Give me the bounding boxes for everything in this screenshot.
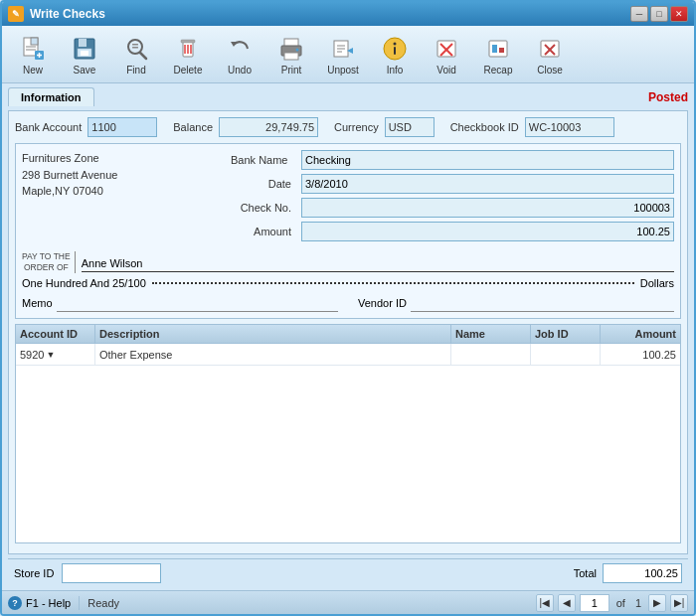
recap-label: Recap bbox=[484, 65, 513, 76]
bank-account-label: Bank Account bbox=[15, 121, 82, 133]
page-total: 1 bbox=[632, 597, 644, 609]
check-no-input[interactable] bbox=[301, 198, 674, 218]
col-account-id: Account ID bbox=[16, 325, 95, 343]
col-description: Description bbox=[95, 325, 451, 343]
unpost-button[interactable]: Unpost bbox=[318, 30, 368, 79]
information-tab[interactable]: Information bbox=[8, 87, 94, 106]
void-icon bbox=[433, 35, 460, 63]
save-button[interactable]: Save bbox=[60, 30, 109, 79]
bank-account-input[interactable] bbox=[87, 117, 157, 137]
checkbook-id-label: Checkbook ID bbox=[450, 121, 519, 133]
toolbar: New Save Find bbox=[2, 26, 694, 83]
svg-rect-8 bbox=[79, 39, 87, 47]
unpost-label: Unpost bbox=[327, 65, 359, 76]
bottom-bar: Store ID Total bbox=[8, 558, 688, 587]
cell-account-id: 5920 ▼ bbox=[16, 344, 95, 365]
svg-rect-23 bbox=[284, 53, 298, 60]
print-label: Print bbox=[281, 65, 302, 76]
posted-status: Posted bbox=[648, 90, 688, 106]
cell-description: Other Expense bbox=[95, 344, 451, 365]
amount-label: Amount bbox=[231, 226, 295, 237]
date-label: Date bbox=[231, 178, 295, 190]
payee-name: Anne Wilson bbox=[82, 252, 674, 272]
grid-body: 5920 ▼ Other Expense 100.25 bbox=[16, 344, 680, 542]
void-label: Void bbox=[436, 65, 455, 76]
dropdown-icon: ▼ bbox=[46, 350, 55, 360]
nav-next-button[interactable]: ▶ bbox=[648, 594, 666, 612]
new-icon bbox=[19, 35, 47, 63]
bank-name-label: Bank Name bbox=[231, 154, 295, 166]
svg-rect-38 bbox=[499, 48, 504, 53]
svg-point-24 bbox=[296, 48, 299, 51]
svg-point-31 bbox=[394, 42, 397, 45]
find-button[interactable]: Find bbox=[111, 30, 161, 79]
nav-section: |◀ ◀ of 1 ▶ ▶| bbox=[536, 594, 688, 612]
print-icon bbox=[277, 35, 305, 63]
svg-rect-14 bbox=[132, 47, 138, 49]
amount-input[interactable] bbox=[301, 222, 674, 241]
status-bar: ? F1 - Help Ready |◀ ◀ of 1 ▶ ▶| bbox=[2, 590, 694, 614]
store-id-input[interactable] bbox=[62, 563, 161, 583]
cell-amount: 100.25 bbox=[601, 344, 680, 365]
total-input[interactable] bbox=[603, 563, 682, 583]
delete-button[interactable]: Delete bbox=[163, 30, 213, 79]
bank-name-input[interactable] bbox=[301, 150, 674, 170]
find-icon bbox=[122, 35, 150, 63]
col-name: Name bbox=[451, 325, 531, 343]
col-amount: Amount bbox=[601, 325, 680, 343]
svg-rect-36 bbox=[489, 41, 507, 57]
vendor-name: Furnitures Zone bbox=[22, 150, 221, 167]
help-icon: ? bbox=[8, 596, 22, 610]
void-button[interactable]: Void bbox=[422, 30, 471, 79]
dollars-label: Dollars bbox=[640, 277, 674, 289]
minimize-button[interactable]: ─ bbox=[630, 6, 648, 22]
tab-label: Information bbox=[21, 91, 82, 103]
svg-line-12 bbox=[140, 53, 146, 59]
currency-input[interactable] bbox=[385, 117, 435, 137]
close-button[interactable]: Close bbox=[525, 30, 575, 79]
maximize-button[interactable]: □ bbox=[650, 6, 668, 22]
nav-prev-button[interactable]: ◀ bbox=[558, 594, 576, 612]
vendor-address2: Maple,NY 07040 bbox=[22, 183, 221, 200]
page-of-label: of bbox=[613, 597, 628, 609]
recap-button[interactable]: Recap bbox=[473, 30, 523, 79]
memo-label: Memo bbox=[22, 297, 53, 309]
svg-marker-20 bbox=[231, 42, 237, 47]
nav-first-button[interactable]: |◀ bbox=[536, 594, 554, 612]
print-button[interactable]: Print bbox=[266, 30, 316, 79]
status-ready: Ready bbox=[80, 597, 127, 609]
info-label: Info bbox=[387, 65, 404, 76]
svg-rect-10 bbox=[81, 51, 88, 56]
nav-last-button[interactable]: ▶| bbox=[670, 594, 688, 612]
svg-rect-13 bbox=[132, 44, 138, 46]
title-bar: ✎ Write Checks ─ □ ✕ bbox=[2, 2, 694, 26]
undo-icon bbox=[226, 35, 254, 63]
amount-words: One Hundred And 25/100 bbox=[22, 277, 146, 289]
check-no-label: Check No. bbox=[231, 202, 295, 214]
undo-button[interactable]: Undo bbox=[215, 30, 264, 79]
check-area: Furnitures Zone 298 Burnett Avenue Maple… bbox=[15, 143, 681, 319]
table-row[interactable]: 5920 ▼ Other Expense 100.25 bbox=[16, 344, 680, 366]
window-title: Write Checks bbox=[30, 7, 105, 21]
balance-input[interactable] bbox=[219, 117, 318, 137]
cell-job-id bbox=[531, 344, 601, 365]
page-current-input[interactable] bbox=[580, 594, 609, 612]
cell-name bbox=[451, 344, 531, 365]
save-label: Save bbox=[74, 65, 96, 76]
vendor-id-label: Vendor ID bbox=[358, 297, 407, 309]
vendor-address1: 298 Burnett Avenue bbox=[22, 167, 221, 184]
vendor-info: Furnitures Zone 298 Burnett Avenue Maple… bbox=[22, 150, 221, 245]
date-input[interactable] bbox=[301, 174, 674, 194]
help-label: F1 - Help bbox=[26, 597, 71, 609]
save-icon bbox=[71, 35, 98, 63]
new-button[interactable]: New bbox=[8, 30, 58, 79]
close-window-button[interactable]: ✕ bbox=[670, 6, 688, 22]
info-button[interactable]: Info bbox=[370, 30, 420, 79]
delete-label: Delete bbox=[174, 65, 203, 76]
vendor-id-line bbox=[411, 294, 674, 312]
unpost-icon bbox=[329, 35, 357, 63]
close-label: Close bbox=[537, 65, 563, 76]
checkbook-id-input[interactable] bbox=[525, 117, 614, 137]
svg-rect-1 bbox=[31, 38, 38, 45]
grid-area: Account ID Description Name Job ID Amoun… bbox=[15, 324, 681, 543]
